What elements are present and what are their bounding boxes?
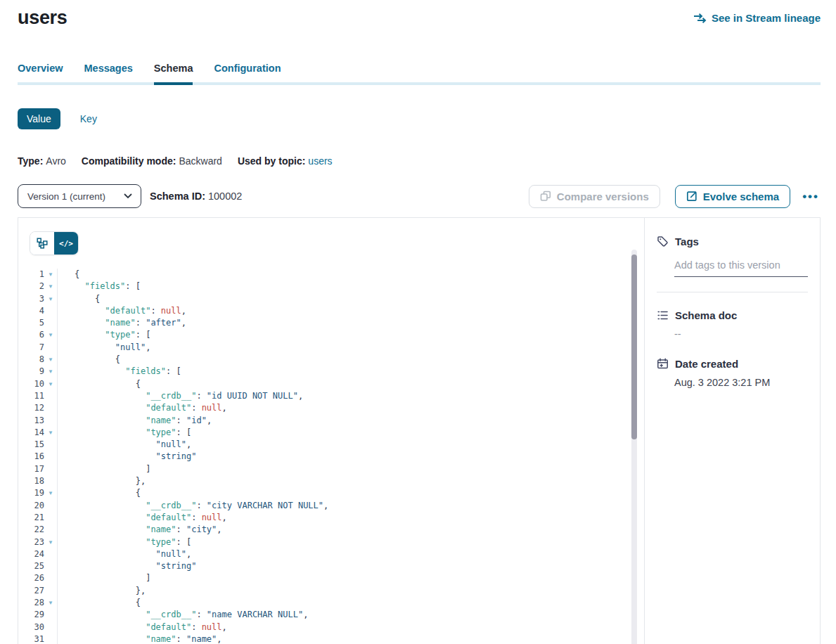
line-number: 30	[18, 622, 44, 633]
evolve-schema-button[interactable]: Evolve schema	[675, 185, 790, 208]
see-in-stream-lineage-link[interactable]: See in Stream lineage	[693, 12, 821, 24]
page-title: users	[18, 7, 67, 29]
fold-spacer	[44, 622, 57, 633]
line-number: 14	[18, 427, 44, 439]
schema-doc-title: Schema doc	[675, 309, 737, 321]
code-line-content: "__crdb__": "city VARCHAR NOT NULL",	[57, 500, 644, 512]
tab-bar: OverviewMessagesSchemaConfiguration	[18, 63, 821, 85]
line-number: 4	[18, 305, 44, 317]
line-number: 3	[18, 293, 44, 305]
fold-spacer	[44, 305, 57, 317]
code-line: 9▼ "fields": [	[18, 366, 644, 378]
code-line-content: "__crdb__": "id UUID NOT NULL",	[57, 390, 644, 402]
code-line-content: {	[57, 378, 644, 390]
code-line: 4 "default": null,	[18, 305, 644, 317]
line-number: 1	[18, 269, 44, 281]
tags-section-header: Tags	[657, 236, 808, 247]
schema-doc-value: --	[674, 328, 808, 340]
tree-view-button[interactable]	[30, 232, 54, 255]
code-line: 28▼ {	[18, 597, 644, 609]
line-number: 27	[18, 585, 44, 597]
key-toggle-button[interactable]: Key	[80, 113, 97, 124]
code-line-content: "default": null,	[57, 512, 644, 524]
code-line-content: "null",	[57, 342, 644, 354]
code-line-content: {	[57, 597, 644, 609]
code-scrollbar-thumb[interactable]	[631, 255, 637, 439]
fold-toggle-icon[interactable]: ▼	[44, 281, 57, 292]
code-line: 1▼{	[18, 269, 644, 281]
code-line-content: "type": [	[57, 329, 644, 341]
tags-title: Tags	[675, 236, 699, 247]
fold-toggle-icon[interactable]: ▼	[44, 427, 57, 439]
compare-versions-label: Compare versions	[557, 191, 649, 202]
code-line-content: "name": "after",	[57, 317, 644, 329]
code-line-content: "type": [	[57, 427, 644, 439]
meta-item: Type:Avro	[18, 155, 66, 167]
schema-id-value: 100002	[208, 191, 242, 202]
code-line: 20 "__crdb__": "city VARCHAR NOT NULL",	[18, 500, 644, 512]
fold-spacer	[44, 451, 57, 463]
code-line-content: {	[57, 293, 644, 305]
code-line-content: "string"	[57, 451, 644, 463]
page-header: users See in Stream lineage	[18, 0, 821, 29]
fold-toggle-icon[interactable]: ▼	[44, 597, 57, 609]
fold-spacer	[44, 572, 57, 584]
fold-spacer	[44, 548, 57, 560]
fold-spacer	[44, 475, 57, 487]
lineage-link-label: See in Stream lineage	[712, 12, 821, 24]
code-line-content: "null",	[57, 548, 644, 560]
code-line-content: "name": "name",	[57, 633, 644, 644]
code-line-content: "name": "city",	[57, 524, 644, 536]
value-key-toggle: Value Key	[18, 108, 821, 129]
code-line: 14▼ "type": [	[18, 427, 644, 439]
meta-value-link[interactable]: users	[308, 155, 332, 167]
fold-toggle-icon[interactable]: ▼	[44, 329, 57, 341]
fold-toggle-icon[interactable]: ▼	[44, 378, 57, 390]
code-line-content: {	[57, 487, 644, 499]
fold-toggle-icon[interactable]: ▼	[44, 487, 57, 499]
line-number: 5	[18, 317, 44, 329]
schema-id-label: Schema ID:	[150, 191, 205, 202]
fold-toggle-icon[interactable]: ▼	[44, 269, 57, 281]
schema-code-editor[interactable]: 1▼{2▼ "fields": [3▼ {4 "default": null,5…	[18, 269, 644, 644]
tab-schema[interactable]: Schema	[154, 63, 193, 85]
version-select[interactable]: Version 1 (current)	[18, 184, 141, 208]
code-line: 27 },	[18, 585, 644, 597]
fold-toggle-icon[interactable]: ▼	[44, 536, 57, 548]
code-line-content: },	[57, 475, 644, 487]
fold-toggle-icon[interactable]: ▼	[44, 366, 57, 378]
line-number: 25	[18, 560, 44, 572]
meta-item: Used by topic:users	[238, 155, 333, 167]
tags-input[interactable]	[674, 259, 808, 271]
code-line-content: "null",	[57, 439, 644, 451]
code-line: 3▼ {	[18, 293, 644, 305]
fold-spacer	[44, 500, 57, 512]
line-number: 21	[18, 512, 44, 524]
code-line: 24 "null",	[18, 548, 644, 560]
meta-label: Used by topic:	[238, 155, 305, 167]
code-line: 29 "__crdb__": "name VARCHAR NULL",	[18, 609, 644, 621]
code-line: 2▼ "fields": [	[18, 281, 644, 292]
value-toggle-button[interactable]: Value	[18, 108, 60, 129]
compare-versions-button[interactable]: Compare versions	[529, 185, 660, 208]
fold-spacer	[44, 390, 57, 402]
tree-view-icon	[37, 238, 48, 249]
code-line: 5 "name": "after",	[18, 317, 644, 329]
line-number: 26	[18, 572, 44, 584]
code-scrollbar-track[interactable]	[631, 250, 637, 644]
code-view-button[interactable]: </>	[54, 232, 78, 255]
code-line: 13 "name": "id",	[18, 415, 644, 427]
code-line: 31 "name": "name",	[18, 633, 644, 644]
code-line: 6▼ "type": [	[18, 329, 644, 341]
code-line-content: ]	[57, 463, 644, 475]
more-options-button[interactable]: •••	[801, 188, 821, 205]
fold-toggle-icon[interactable]: ▼	[44, 293, 57, 305]
fold-spacer	[44, 512, 57, 524]
fold-spacer	[44, 524, 57, 536]
tags-input-wrap	[674, 259, 808, 277]
fold-toggle-icon[interactable]: ▼	[44, 354, 57, 366]
code-line-content: ]	[57, 572, 644, 584]
fold-spacer	[44, 463, 57, 475]
schema-meta-row: Type:AvroCompatibility mode:BackwardUsed…	[18, 155, 821, 167]
line-number: 7	[18, 342, 44, 354]
